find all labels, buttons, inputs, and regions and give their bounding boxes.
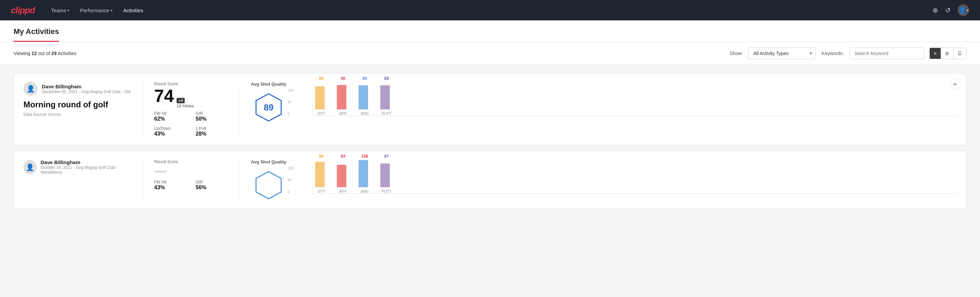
one-putt-stat: 1 Putt 28% (196, 126, 229, 137)
bar-app: 90 APP (337, 76, 349, 115)
user-name: Dave Billingham (41, 160, 132, 165)
bar-arg: 106 ARG (359, 154, 371, 193)
hex-container: 89 (253, 92, 284, 123)
svg-marker-1 (256, 172, 281, 199)
viewing-count-text: Viewing 12 out of 29 Activities (14, 51, 724, 56)
list-expand-icon: ☰ (958, 51, 962, 56)
list-compact-icon: ≡ (934, 51, 937, 56)
nav-performance-label: Performance (80, 8, 109, 13)
round-score-label: Round Score (154, 160, 229, 164)
data-source: Data Source: Arccos (24, 112, 132, 117)
user-name: Dave Billingham (42, 84, 130, 89)
activities-list: ✏ 👤 Dave Billingham December 05, 2021 - … (0, 65, 980, 217)
gir-stat: GIR 50% (196, 111, 229, 122)
bar-chart-area: 100 50 0 85 OTT (300, 89, 956, 116)
shot-quality-label: Avg Shot Quality (251, 160, 286, 164)
gir-value: 56% (196, 185, 229, 191)
pencil-icon: ✏ (953, 81, 957, 87)
chevron-down-icon: ▾ (68, 8, 69, 12)
user-date: December 05, 2021 - Gog Magog Golf Club … (42, 89, 130, 94)
hex-container (253, 170, 284, 201)
bar-app-value: 83 (341, 154, 345, 159)
keywords-label: Keywords: (821, 51, 843, 56)
bar-putt-value: 89 (384, 76, 389, 81)
nav-item-performance[interactable]: Performance ▾ (80, 5, 112, 16)
view-buttons: ≡ ⊞ ☰ (929, 48, 966, 59)
bar-chart-area: 100 50 0 94 OTT 83 (300, 166, 956, 194)
bar-putt-label: PUTT (382, 112, 391, 115)
refresh-icon[interactable]: ↺ (945, 6, 951, 14)
bar-app-label: APP (339, 189, 347, 193)
divider (240, 160, 240, 201)
view-list-compact-button[interactable]: ≡ (930, 48, 941, 59)
activity-type-select-wrapper: All Activity Types Rounds Practice Sessi… (748, 48, 816, 59)
user-row: 👤 Dave Billingham October 16, 2021 - Gog… (24, 160, 132, 175)
avatar: 👤 (24, 160, 37, 174)
fw-hit-label: FW Hit (154, 180, 188, 185)
round-stats: Round Score 74 +4 18 Holes FW Hit 62% GI… (154, 81, 229, 137)
bar-arg-value: 106 (361, 154, 368, 159)
fw-hit-value: 43% (154, 185, 188, 191)
y-axis-labels: 100 50 0 (288, 89, 293, 116)
one-putt-label: 1 Putt (196, 126, 229, 131)
gir-value: 50% (196, 116, 229, 122)
user-date: October 16, 2021 - Gog Magog Golf Club -… (41, 165, 132, 175)
round-score-label: Round Score (154, 81, 229, 86)
user-icon: 👤 (27, 85, 35, 93)
bar-app-label: APP (339, 112, 347, 115)
card-left: 👤 Dave Billingham October 16, 2021 - Gog… (24, 160, 132, 179)
hex-svg (253, 170, 284, 201)
sub-header: My Activities (0, 21, 980, 42)
round-stats: Round Score — FW Hit 43% GIR 56% (154, 160, 229, 191)
shot-quality-section: Avg Shot Quality 89 100 50 0 (251, 81, 956, 123)
fw-hit-stat: FW Hit 43% (154, 180, 188, 191)
nav-item-activities[interactable]: Activities (123, 5, 143, 16)
user-avatar[interactable]: 👤 ▾ (958, 5, 969, 16)
hex-badge: 89 (251, 92, 286, 123)
hex-number: 89 (264, 102, 274, 113)
view-list-expand-button[interactable]: ☰ (953, 48, 966, 59)
viewing-count: 12 (32, 51, 37, 56)
bar-app-value: 90 (341, 76, 345, 81)
score-badge: +4 (177, 98, 185, 103)
bar-ott: 85 OTT (315, 76, 327, 115)
divider (143, 81, 143, 137)
page-title: My Activities (14, 27, 59, 42)
shot-quality-label: Avg Shot Quality (251, 81, 286, 87)
nav-icons: ⊕ ↺ 👤 ▾ (932, 5, 969, 16)
avatar-chevron: ▾ (967, 8, 969, 12)
bar-ott-label: OTT (318, 189, 325, 193)
edit-button[interactable]: ✏ (950, 79, 961, 90)
view-grid-button[interactable]: ⊞ (941, 48, 953, 59)
round-score-row: — (154, 165, 229, 177)
nav-item-teams[interactable]: Teams ▾ (51, 5, 69, 16)
navbar: clippd Teams ▾ Performance ▾ Activities … (0, 0, 980, 21)
grid-icon: ⊞ (945, 51, 949, 56)
updown-stat: Up/Down 43% (154, 126, 188, 137)
updown-value: 43% (154, 131, 188, 137)
user-info: Dave Billingham December 05, 2021 - Gog … (42, 84, 130, 94)
divider (240, 81, 240, 137)
avatar-icon: 👤 (959, 6, 966, 14)
fw-hit-label: FW Hit (154, 111, 188, 116)
gir-label: GIR (196, 180, 229, 185)
fw-hit-stat: FW Hit 62% (154, 111, 188, 122)
add-icon[interactable]: ⊕ (932, 6, 938, 14)
avatar: 👤 (24, 81, 38, 96)
search-input[interactable] (849, 48, 924, 59)
shot-quality-left: Avg Shot Quality 89 (251, 81, 286, 123)
round-score-row: 74 +4 18 Holes (154, 87, 229, 109)
app-logo[interactable]: clippd (11, 5, 35, 16)
bar-putt: 87 PUTT (380, 154, 393, 193)
bar-arg: 89 ARG (359, 76, 371, 115)
bar-ott-value: 94 (319, 154, 324, 159)
shot-quality-left: Avg Shot Quality (251, 160, 286, 201)
activity-type-select[interactable]: All Activity Types Rounds Practice Sessi… (748, 48, 816, 59)
activity-card: 👤 Dave Billingham October 16, 2021 - Gog… (14, 151, 966, 209)
toolbar: Viewing 12 out of 29 Activities Show: Al… (0, 42, 980, 65)
one-putt-value: 28% (196, 131, 229, 137)
hex-badge (251, 170, 286, 201)
bar-app: 83 APP (337, 154, 349, 193)
bar-arg-label: ARG (361, 189, 369, 193)
mini-stats: FW Hit 43% GIR 56% (154, 180, 229, 191)
